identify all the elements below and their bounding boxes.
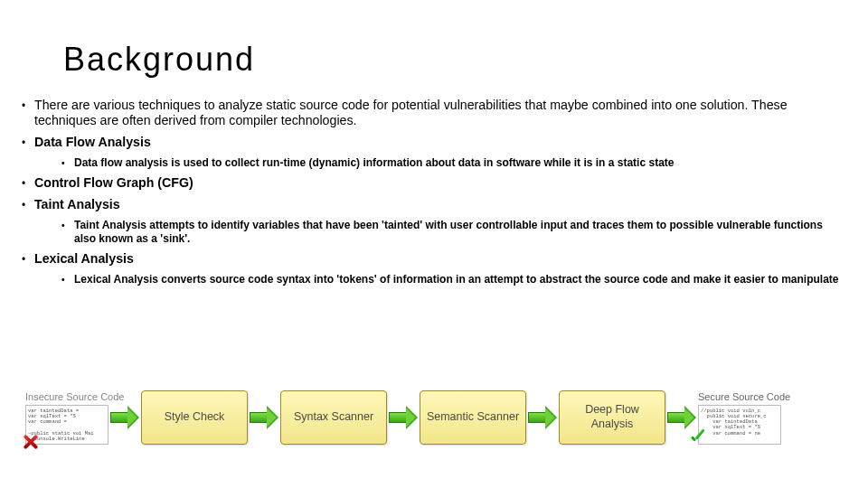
arrow-icon — [110, 404, 139, 431]
bullet-text: Taint Analysis attempts to identify vari… — [74, 219, 846, 246]
bullet-dot: • — [61, 273, 74, 286]
stage-style-check: Style Check — [141, 390, 248, 445]
insecure-label: Insecure Source Code — [25, 391, 108, 402]
slide-body: • There are various techniques to analyz… — [22, 98, 846, 292]
stage-syntax-scanner: Syntax Scanner — [280, 390, 387, 445]
bullet-text: Data flow analysis is used to collect ru… — [74, 156, 846, 170]
bullet-intro: • There are various techniques to analyz… — [22, 98, 846, 129]
stage-deep-flow: Deep Flow Analysis — [559, 390, 665, 445]
bullet-dot: • — [22, 135, 34, 151]
bullet-dot: • — [22, 175, 34, 192]
bullet-dot: • — [61, 219, 74, 246]
bullet-text: Taint Analysis — [34, 197, 846, 213]
secure-label: Secure Source Code — [698, 391, 781, 402]
arrow-icon — [528, 404, 557, 431]
bullet-text: There are various techniques to analyze … — [34, 98, 846, 129]
bullet-text: Data Flow Analysis — [34, 135, 846, 151]
pipeline-diagram: Insecure Source Code var taintedData = v… — [25, 372, 843, 463]
bullet-text: Control Flow Graph (CFG) — [34, 175, 846, 192]
stage-semantic-scanner: Semantic Scanner — [420, 390, 526, 445]
bullet-dot: • — [22, 197, 34, 213]
bullet-text: Lexical Analysis — [34, 251, 846, 267]
bullet-dot: • — [61, 156, 74, 170]
insecure-code-block: Insecure Source Code var taintedData = v… — [25, 391, 108, 445]
secure-snippet: //public void vuln_c public void secure_… — [698, 405, 781, 445]
error-x-icon — [22, 434, 38, 450]
secure-code-block: Secure Source Code //public void vuln_c … — [698, 391, 781, 445]
bullet-dot: • — [22, 251, 34, 267]
subbullet-lexical: • Lexical Analysis converts source code … — [61, 273, 846, 286]
arrow-icon — [667, 404, 696, 431]
bullet-dot: • — [22, 98, 34, 129]
bullet-dataflow: • Data Flow Analysis — [22, 135, 846, 151]
check-icon — [689, 430, 707, 448]
slide-title: Background — [63, 41, 255, 79]
bullet-cfg: • Control Flow Graph (CFG) — [22, 175, 846, 192]
bullet-text: Lexical Analysis converts source code sy… — [74, 273, 846, 286]
arrow-icon — [389, 404, 418, 431]
bullet-lexical: • Lexical Analysis — [22, 251, 846, 267]
bullet-taint: • Taint Analysis — [22, 197, 846, 213]
subbullet-taint: • Taint Analysis attempts to identify va… — [61, 219, 846, 246]
arrow-icon — [250, 404, 278, 431]
subbullet-dataflow: • Data flow analysis is used to collect … — [61, 156, 846, 170]
